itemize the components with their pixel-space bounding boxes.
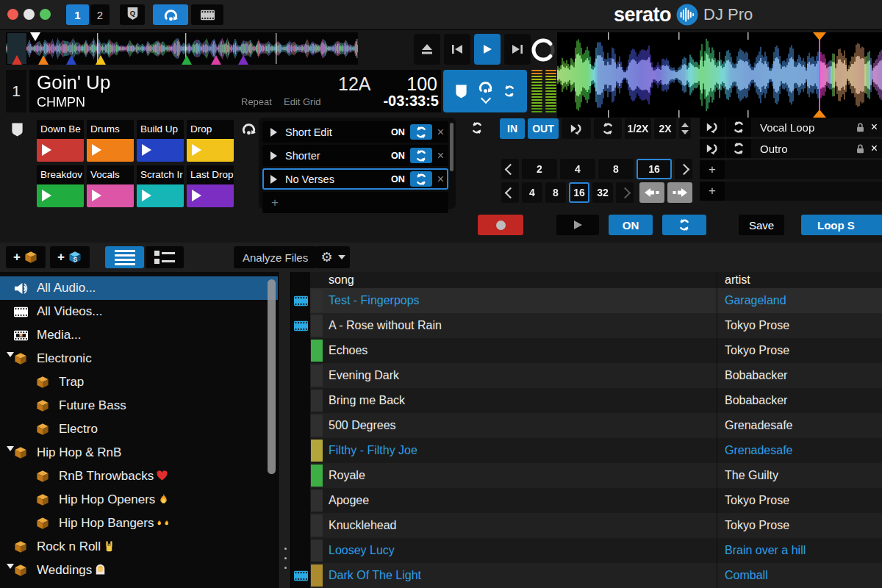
hot-cue-trigger[interactable] (87, 139, 134, 162)
play-icon[interactable] (270, 128, 277, 137)
loop-half-button[interactable]: 1/2X (625, 118, 651, 139)
beatjump-forward-button[interactable] (667, 182, 692, 203)
hot-cue-trigger[interactable] (37, 139, 84, 162)
hot-cue-pad[interactable]: Breakdov (37, 165, 84, 207)
reloop-button[interactable] (410, 148, 432, 163)
reloop-button[interactable] (726, 139, 751, 158)
beatjump-4-button[interactable]: 4 (522, 182, 542, 203)
play-loop-button[interactable] (700, 118, 725, 137)
autoloop-smaller-button[interactable] (501, 159, 519, 179)
sidebar-item[interactable]: Hip Hop Openers (0, 488, 278, 512)
hot-cue-pad[interactable]: Down Be (37, 120, 84, 162)
beatjump-32-button[interactable]: 32 (592, 182, 613, 203)
sidebar-item[interactable]: Future Bass (0, 394, 278, 417)
hot-cue-trigger[interactable] (137, 184, 184, 207)
add-crate-button[interactable]: + (6, 246, 46, 268)
add-loop-row[interactable]: + (700, 160, 882, 179)
record-button[interactable] (478, 215, 523, 235)
delete-loop-button[interactable]: × (437, 150, 444, 162)
add-loop-row[interactable]: + (262, 192, 448, 213)
hot-cue-pad[interactable]: Last Drop (187, 165, 234, 207)
sidebar-item[interactable]: Weddings (0, 559, 278, 582)
delete-loop-button[interactable]: × (871, 142, 878, 155)
hot-cue-pad[interactable]: Drop (187, 120, 234, 162)
cue-marker[interactable] (12, 55, 22, 65)
sidebar-item[interactable]: All Audio... (0, 276, 278, 300)
hot-cue-trigger[interactable] (37, 184, 84, 207)
loop-slot-button[interactable]: Loop S (801, 215, 882, 235)
autoloop-8-button[interactable]: 8 (598, 159, 634, 179)
delete-loop-button[interactable]: × (437, 126, 444, 138)
sidebar-item[interactable]: Hip Hop Bangers (0, 512, 278, 535)
main-waveform[interactable] (557, 32, 882, 118)
cue-marker[interactable] (182, 55, 192, 65)
main-waveform-canvas[interactable] (557, 32, 882, 118)
hot-cue-pad[interactable]: Build Up (137, 120, 184, 162)
tab-deck-1[interactable]: 1 (66, 4, 89, 25)
reloop-button[interactable] (594, 118, 622, 139)
edit-grid-button[interactable]: Edit Grid (284, 96, 321, 107)
save-loop-button[interactable]: Save (739, 215, 784, 235)
beatjump-smaller-button[interactable] (501, 182, 519, 203)
reloop-button[interactable] (410, 171, 432, 187)
autoloop-bigger-button[interactable] (675, 159, 692, 179)
play-icon[interactable] (270, 175, 277, 184)
sidebar-item[interactable]: All Videos... (0, 300, 278, 323)
saved-loop-row[interactable]: Vocal Loop× (700, 118, 882, 137)
table-row[interactable]: Bring me BackBobabacker (291, 388, 882, 413)
loop-on-toggle[interactable]: ON (391, 151, 405, 161)
loop-play-button[interactable] (556, 215, 599, 235)
quantize-button[interactable]: Q (120, 4, 145, 25)
play-icon[interactable] (270, 151, 277, 160)
list-view-button[interactable] (105, 246, 144, 268)
zoom-window-button[interactable] (40, 9, 51, 20)
saved-loop-row[interactable]: No VersesON× (262, 168, 448, 190)
table-row[interactable]: KnuckleheadTokyo Prose (291, 513, 882, 538)
sidebar-scrollbar[interactable] (268, 279, 276, 474)
sidebar-item[interactable]: Hip Hop & RnB (0, 441, 278, 465)
reloop-button[interactable] (662, 215, 706, 235)
hot-cue-pad[interactable]: Vocals (87, 165, 134, 207)
track-overview-waveform[interactable] (6, 32, 358, 65)
autoloop-16-button[interactable]: 16 (637, 159, 672, 179)
beatjump-8-button[interactable]: 8 (545, 182, 566, 203)
eject-button[interactable] (414, 34, 440, 65)
chevron-down-icon[interactable] (7, 564, 14, 569)
add-smart-crate-button[interactable]: +S (50, 246, 90, 268)
delete-loop-button[interactable]: × (437, 173, 444, 185)
cue-marker[interactable] (211, 55, 221, 65)
chevron-down-icon[interactable] (7, 352, 14, 357)
table-row[interactable]: Test - FingerpopsGarageland (291, 288, 882, 313)
hot-cue-trigger[interactable] (87, 184, 134, 207)
table-row[interactable]: A - Rose without RainTokyo Prose (291, 313, 882, 338)
cue-marker[interactable] (38, 55, 49, 65)
reloop-button[interactable] (726, 118, 751, 137)
sidebar-resize-handle[interactable] (278, 272, 291, 588)
sidebar-item[interactable]: Trap (0, 370, 278, 394)
sidebar-item[interactable]: Electro (0, 417, 278, 441)
album-art-view-button[interactable] (146, 246, 184, 268)
sidebar-item[interactable] (0, 582, 278, 588)
add-loop-row[interactable]: + (700, 182, 882, 201)
deck-mode-panel[interactable] (443, 70, 527, 112)
previous-track-button[interactable] (444, 34, 470, 65)
autoloop-2-button[interactable]: 2 (522, 159, 557, 179)
repeat-button[interactable]: Repeat (241, 96, 272, 107)
lock-icon[interactable] (856, 143, 865, 154)
table-row[interactable]: RoyaleThe Guilty (291, 463, 882, 488)
delete-loop-button[interactable]: × (871, 121, 878, 134)
table-row[interactable]: Filthy - Filthy JoeGrenadesafe (291, 438, 882, 463)
cue-marker[interactable] (66, 55, 76, 65)
autoloop-panel-button[interactable] (153, 4, 188, 25)
table-row[interactable]: 500 DegreesGrenadesafe (291, 413, 882, 438)
beatjump-back-button[interactable] (639, 182, 664, 203)
beatjump-16-button[interactable]: 16 (569, 182, 589, 203)
table-row[interactable]: ApogeeTokyo Prose (291, 488, 882, 513)
hot-cue-trigger[interactable] (137, 139, 184, 162)
chevron-down-icon[interactable] (7, 446, 14, 451)
hot-cue-pad[interactable]: Scratch Ir (137, 165, 184, 207)
loop-on-toggle[interactable]: ON (391, 127, 405, 137)
sidebar-item[interactable]: Electronic (0, 347, 278, 370)
loop-on-toggle[interactable]: ON (391, 174, 405, 184)
column-header-song[interactable]: song (323, 272, 717, 288)
